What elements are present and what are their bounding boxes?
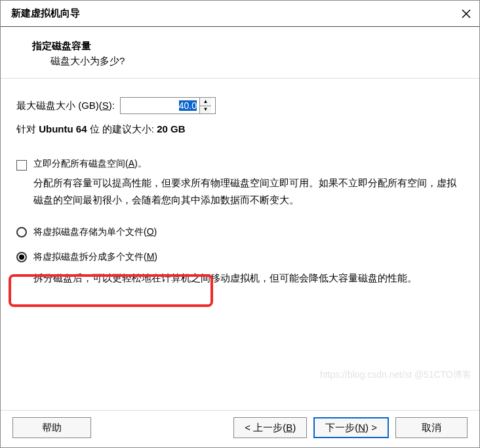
next-button[interactable]: 下一步(N) > [313,417,389,438]
allocate-now-description: 分配所有容量可以提高性能，但要求所有物理磁盘空间立即可用。如果不立即分配所有空间… [33,174,464,208]
store-single-file-radio[interactable] [16,227,27,237]
allocate-now-label: 立即分配所有磁盘空间(A)。 [33,158,147,170]
split-multiple-files-description: 拆分磁盘后，可以更轻松地在计算机之间移动虚拟机，但可能会降低大容量磁盘的性能。 [33,270,464,287]
spinner-down-icon[interactable]: ▼ [200,106,211,114]
wizard-body: 最大磁盘大小 (GB)(S): ▲ ▼ 针对 Ubuntu 64 位 的建议大小… [1,79,479,410]
watermark-text: https://blog.csdn.net/st @51CTO博客 [320,369,471,381]
store-single-file-radio-row[interactable]: 将虚拟磁盘存储为单个文件(O) [16,226,464,238]
spinner-up-icon[interactable]: ▲ [200,98,211,106]
recommended-size-text: 针对 Ubuntu 64 位 的建议大小: 20 GB [16,123,464,136]
allocate-now-checkbox-row[interactable]: 立即分配所有磁盘空间(A)。 [16,158,464,171]
titlebar: 新建虚拟机向导 [1,1,479,27]
wizard-header: 指定磁盘容量 磁盘大小为多少? [1,27,479,79]
spinner-buttons: ▲ ▼ [199,98,211,113]
split-multiple-files-label: 将虚拟磁盘拆分成多个文件(M) [33,251,157,263]
split-multiple-files-radio-row[interactable]: 将虚拟磁盘拆分成多个文件(M) [16,251,464,263]
help-button[interactable]: 帮助 [12,417,91,438]
wizard-footer: 帮助 < 上一步(B) 下一步(N) > 取消 [1,410,479,447]
split-multiple-files-radio[interactable] [16,252,27,262]
window-title: 新建虚拟机向导 [11,7,80,20]
cancel-button[interactable]: 取消 [395,417,468,438]
store-single-file-label: 将虚拟磁盘存储为单个文件(O) [33,226,157,238]
disk-size-input[interactable] [121,98,199,113]
back-button[interactable]: < 上一步(B) [233,417,307,438]
disk-size-spinner[interactable]: ▲ ▼ [120,97,216,114]
allocate-now-checkbox[interactable] [16,160,27,171]
disk-size-row: 最大磁盘大小 (GB)(S): ▲ ▼ [16,97,464,114]
disk-size-label: 最大磁盘大小 (GB)(S): [16,100,115,112]
page-subtitle: 磁盘大小为多少? [32,55,479,68]
wizard-window: 新建虚拟机向导 指定磁盘容量 磁盘大小为多少? 最大磁盘大小 (GB)(S): … [0,0,480,448]
page-title: 指定磁盘容量 [32,40,479,52]
close-icon[interactable] [460,7,473,20]
